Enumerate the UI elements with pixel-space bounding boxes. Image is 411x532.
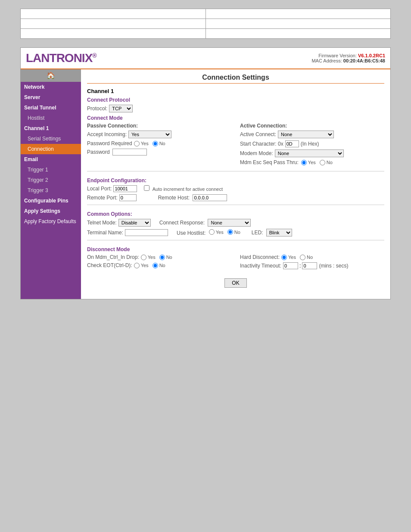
page-title: Connection Settings	[87, 74, 384, 84]
logo: LANTRONIX®	[26, 51, 97, 65]
password-yes-radio[interactable]	[134, 141, 140, 146]
password-required-radio: Yes No	[134, 141, 168, 146]
accept-incoming-label: Accept Incoming:	[87, 131, 127, 137]
led-label: LED:	[252, 230, 263, 236]
disconnect-mode-label: Disconnect Mode	[87, 246, 384, 252]
connect-response-select[interactable]: None Full Verbose Numeric	[208, 219, 251, 227]
mdm-ctrl-no-radio[interactable]	[159, 255, 165, 260]
connect-mode-section: Connect Mode Passive Connection: Accept …	[87, 115, 384, 168]
sidebar-item-hostlist[interactable]: Hostlist	[21, 113, 81, 123]
auto-increment-checkbox[interactable]	[144, 185, 149, 191]
start-char-input[interactable]	[285, 140, 299, 147]
sidebar-home[interactable]: 🏠	[21, 69, 81, 82]
remote-host-wrapper: Remote Host:	[158, 194, 227, 201]
connect-response-label: Connect Response:	[159, 220, 205, 226]
hard-disconnect-no-radio[interactable]	[300, 255, 305, 260]
protocol-row: Protocol: TCP UDP	[87, 105, 384, 112]
sidebar-item-email[interactable]: Email	[21, 154, 81, 165]
terminal-name-label: Terminal Name:	[87, 230, 123, 236]
accept-incoming-row: Accept Incoming: Yes No	[87, 131, 231, 138]
auto-increment-label: Auto increment for active connect	[153, 187, 223, 192]
sidebar-item-apply-settings[interactable]: Apply Settings	[21, 206, 81, 216]
table-row	[21, 19, 391, 29]
connect-protocol-label: Connect Protocol	[87, 97, 384, 103]
sidebar: 🏠 Network Server Serial Tunnel Hostlist …	[21, 69, 81, 299]
telnet-mode-select[interactable]: Disable Enable	[118, 219, 151, 227]
ok-button[interactable]: OK	[224, 278, 246, 288]
hard-disconnect-yes-radio[interactable]	[281, 255, 287, 260]
mdm-esc-radio: Yes No	[301, 160, 335, 165]
start-char-row: Start Character: 0x (In Hex)	[240, 140, 384, 147]
body-layout: 🏠 Network Server Serial Tunnel Hostlist …	[21, 69, 390, 299]
mac-line: MAC Address: 00:20:4A:B6:C5:48	[311, 58, 385, 63]
check-eot-yes-radio[interactable]	[134, 263, 140, 268]
page-wrapper: LANTRONIX® Firmware Version: V6.1.0.2RC1…	[0, 0, 411, 532]
header: LANTRONIX® Firmware Version: V6.1.0.2RC1…	[21, 48, 390, 69]
check-eot-row: Check EOT(Ctrl-D): Yes No	[87, 262, 231, 268]
password-required-row: Password Required Yes No	[87, 140, 231, 146]
table-cell	[206, 19, 391, 29]
sidebar-item-server[interactable]: Server	[21, 92, 81, 103]
inactivity-secs-input[interactable]	[302, 262, 317, 269]
mdm-esc-yes-radio[interactable]	[301, 160, 307, 165]
inactivity-mins-input[interactable]	[283, 262, 298, 269]
sidebar-item-configurable-pins[interactable]: Configurable Pins	[21, 196, 81, 206]
sidebar-item-trigger3[interactable]: Trigger 3	[21, 185, 81, 196]
modem-mode-label: Modem Mode:	[240, 150, 273, 156]
sidebar-item-network[interactable]: Network	[21, 82, 81, 92]
start-char-label: Start Character: 0x	[240, 141, 283, 147]
modem-mode-select[interactable]: None Modem Control Full Modem Emulation	[275, 149, 344, 157]
connect-protocol-section: Connect Protocol Protocol: TCP UDP	[87, 97, 384, 112]
password-no-radio[interactable]	[153, 141, 158, 146]
remote-port-row: Remote Port: Remote Host:	[87, 194, 384, 201]
sidebar-item-serial-settings[interactable]: Serial Settings	[21, 134, 81, 144]
sidebar-item-apply-factory-defaults[interactable]: Apply Factory Defaults	[21, 216, 81, 227]
sidebar-item-trigger1[interactable]: Trigger 1	[21, 165, 81, 175]
use-hostlist-yes-radio[interactable]	[209, 229, 215, 235]
mdm-esc-label: Mdm Esc Seq Pass Thru:	[240, 159, 299, 165]
sidebar-item-connection[interactable]: Connection	[21, 144, 81, 154]
table-cell	[21, 29, 206, 39]
mdm-esc-yes-label: Yes	[308, 160, 316, 165]
disconnect-mode-section: Disconnect Mode On Mdm_Ctrl_In Drop: Yes…	[87, 240, 384, 271]
sidebar-item-trigger2[interactable]: Trigger 2	[21, 175, 81, 185]
led-select[interactable]: Blink On Off	[266, 229, 292, 236]
use-hostlist-no-label: No	[234, 230, 240, 235]
mdm-esc-no-label: No	[327, 160, 333, 165]
connect-response-wrapper: Connect Response: None Full Verbose Nume…	[159, 219, 251, 227]
hard-disconnect-label: Hard Disconnect:	[240, 254, 280, 260]
check-eot-no-radio[interactable]	[153, 263, 158, 268]
remote-host-input[interactable]	[193, 194, 227, 201]
table-row	[21, 29, 391, 39]
remote-port-input[interactable]	[119, 194, 137, 201]
mdm-esc-no-radio[interactable]	[320, 160, 325, 165]
password-input[interactable]	[112, 149, 147, 156]
password-required-label: Password Required	[87, 140, 132, 146]
table-cell	[206, 29, 391, 39]
sidebar-item-serial-tunnel[interactable]: Serial Tunnel	[21, 103, 81, 113]
protocol-select[interactable]: TCP UDP	[109, 105, 133, 112]
accept-incoming-select[interactable]: Yes No	[128, 131, 171, 138]
mdm-ctrl-yes-radio[interactable]	[141, 255, 146, 260]
terminal-name-input[interactable]	[125, 229, 168, 236]
active-connect-select[interactable]: None On Power Up On Start Character Mode…	[278, 131, 334, 138]
connect-mode-cols: Passive Connection: Accept Incoming: Yes…	[87, 123, 384, 168]
local-port-input[interactable]	[113, 185, 137, 192]
mac-value: 00:20:4A:B6:C5:48	[343, 58, 385, 63]
disconnect-left: On Mdm_Ctrl_In Drop: Yes No Check EOT(Ct…	[87, 254, 236, 271]
check-eot-label: Check EOT(Ctrl-D):	[87, 262, 132, 268]
active-connection-label: Active Connection:	[240, 123, 383, 129]
endpoint-label: Endpoint Configuration:	[87, 177, 384, 184]
hard-disconnect-radio: Yes No	[281, 255, 315, 260]
led-wrapper: LED: Blink On Off	[252, 229, 292, 236]
sidebar-item-channel1[interactable]: Channel 1	[21, 123, 81, 134]
table-cell	[206, 9, 391, 19]
use-hostlist-no-radio[interactable]	[227, 229, 233, 235]
common-options-section: Common Options: Telnet Mode: Disable Ena…	[87, 205, 384, 236]
registered-mark: ®	[92, 52, 96, 59]
use-hostlist-wrapper: Use Hostlist: Yes No	[177, 229, 243, 236]
inactivity-row: Inactivity Timeout: : (mins : secs)	[240, 262, 384, 269]
protocol-label: Protocol:	[87, 106, 107, 112]
disconnect-right: Hard Disconnect: Yes No Inactivity Timeo…	[236, 254, 384, 271]
firmware-value: V6.1.0.2RC1	[358, 53, 385, 58]
